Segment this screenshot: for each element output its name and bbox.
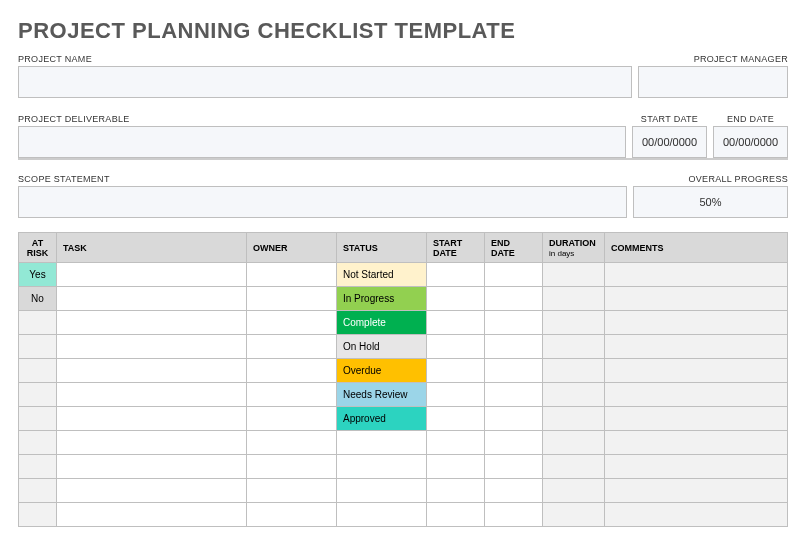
cell-end-date[interactable] bbox=[485, 431, 543, 455]
cell-comments[interactable] bbox=[605, 335, 788, 359]
cell-duration bbox=[543, 455, 605, 479]
cell-comments[interactable] bbox=[605, 311, 788, 335]
cell-end-date[interactable] bbox=[485, 263, 543, 287]
label-project-name: PROJECT NAME bbox=[18, 52, 632, 66]
cell-end-date[interactable] bbox=[485, 503, 543, 527]
cell-task[interactable] bbox=[57, 479, 247, 503]
cell-at-risk[interactable]: Yes bbox=[19, 263, 57, 287]
value-overall-progress: 50% bbox=[633, 186, 788, 218]
cell-at-risk[interactable] bbox=[19, 407, 57, 431]
cell-owner[interactable] bbox=[247, 431, 337, 455]
cell-comments[interactable] bbox=[605, 455, 788, 479]
cell-task[interactable] bbox=[57, 335, 247, 359]
cell-comments[interactable] bbox=[605, 287, 788, 311]
col-duration: DURATIONin days bbox=[543, 233, 605, 263]
label-overall-progress: OVERALL PROGRESS bbox=[633, 172, 788, 186]
cell-duration bbox=[543, 503, 605, 527]
cell-start-date[interactable] bbox=[427, 335, 485, 359]
cell-duration bbox=[543, 359, 605, 383]
cell-status[interactable] bbox=[337, 455, 427, 479]
cell-task[interactable] bbox=[57, 407, 247, 431]
cell-status[interactable]: Not Started bbox=[337, 263, 427, 287]
table-row: Overdue bbox=[19, 359, 788, 383]
input-start-date[interactable]: 00/00/0000 bbox=[632, 126, 707, 158]
cell-owner[interactable] bbox=[247, 407, 337, 431]
cell-duration bbox=[543, 311, 605, 335]
cell-owner[interactable] bbox=[247, 359, 337, 383]
cell-at-risk[interactable] bbox=[19, 383, 57, 407]
cell-comments[interactable] bbox=[605, 503, 788, 527]
cell-owner[interactable] bbox=[247, 335, 337, 359]
cell-task[interactable] bbox=[57, 263, 247, 287]
cell-end-date[interactable] bbox=[485, 479, 543, 503]
cell-owner[interactable] bbox=[247, 263, 337, 287]
cell-owner[interactable] bbox=[247, 503, 337, 527]
cell-status[interactable]: On Hold bbox=[337, 335, 427, 359]
cell-end-date[interactable] bbox=[485, 407, 543, 431]
cell-comments[interactable] bbox=[605, 383, 788, 407]
cell-start-date[interactable] bbox=[427, 311, 485, 335]
cell-task[interactable] bbox=[57, 287, 247, 311]
cell-start-date[interactable] bbox=[427, 503, 485, 527]
input-scope-statement[interactable] bbox=[18, 186, 627, 218]
cell-owner[interactable] bbox=[247, 479, 337, 503]
cell-at-risk[interactable] bbox=[19, 455, 57, 479]
cell-end-date[interactable] bbox=[485, 311, 543, 335]
cell-start-date[interactable] bbox=[427, 263, 485, 287]
table-row bbox=[19, 503, 788, 527]
input-end-date[interactable]: 00/00/0000 bbox=[713, 126, 788, 158]
cell-end-date[interactable] bbox=[485, 335, 543, 359]
cell-status[interactable]: Needs Review bbox=[337, 383, 427, 407]
cell-owner[interactable] bbox=[247, 311, 337, 335]
cell-start-date[interactable] bbox=[427, 359, 485, 383]
cell-start-date[interactable] bbox=[427, 383, 485, 407]
input-project-deliverable[interactable] bbox=[18, 126, 626, 158]
cell-task[interactable] bbox=[57, 311, 247, 335]
cell-owner[interactable] bbox=[247, 455, 337, 479]
table-row: Approved bbox=[19, 407, 788, 431]
cell-at-risk[interactable] bbox=[19, 479, 57, 503]
cell-status[interactable]: Approved bbox=[337, 407, 427, 431]
cell-task[interactable] bbox=[57, 359, 247, 383]
cell-task[interactable] bbox=[57, 455, 247, 479]
cell-start-date[interactable] bbox=[427, 479, 485, 503]
cell-owner[interactable] bbox=[247, 287, 337, 311]
cell-end-date[interactable] bbox=[485, 455, 543, 479]
cell-at-risk[interactable] bbox=[19, 503, 57, 527]
cell-at-risk[interactable]: No bbox=[19, 287, 57, 311]
cell-duration bbox=[543, 287, 605, 311]
cell-task[interactable] bbox=[57, 383, 247, 407]
cell-status[interactable]: Overdue bbox=[337, 359, 427, 383]
cell-status[interactable] bbox=[337, 479, 427, 503]
cell-comments[interactable] bbox=[605, 479, 788, 503]
input-project-manager[interactable] bbox=[638, 66, 788, 98]
cell-start-date[interactable] bbox=[427, 407, 485, 431]
cell-status[interactable]: Complete bbox=[337, 311, 427, 335]
cell-start-date[interactable] bbox=[427, 455, 485, 479]
cell-comments[interactable] bbox=[605, 431, 788, 455]
cell-duration bbox=[543, 431, 605, 455]
cell-start-date[interactable] bbox=[427, 431, 485, 455]
cell-at-risk[interactable] bbox=[19, 431, 57, 455]
cell-duration bbox=[543, 479, 605, 503]
cell-task[interactable] bbox=[57, 431, 247, 455]
col-comments: COMMENTS bbox=[605, 233, 788, 263]
cell-at-risk[interactable] bbox=[19, 359, 57, 383]
cell-start-date[interactable] bbox=[427, 287, 485, 311]
cell-end-date[interactable] bbox=[485, 359, 543, 383]
cell-task[interactable] bbox=[57, 503, 247, 527]
input-project-name[interactable] bbox=[18, 66, 632, 98]
cell-status[interactable] bbox=[337, 431, 427, 455]
cell-end-date[interactable] bbox=[485, 287, 543, 311]
cell-at-risk[interactable] bbox=[19, 311, 57, 335]
table-row: On Hold bbox=[19, 335, 788, 359]
cell-owner[interactable] bbox=[247, 383, 337, 407]
cell-status[interactable]: In Progress bbox=[337, 287, 427, 311]
cell-comments[interactable] bbox=[605, 407, 788, 431]
cell-comments[interactable] bbox=[605, 263, 788, 287]
cell-end-date[interactable] bbox=[485, 383, 543, 407]
cell-comments[interactable] bbox=[605, 359, 788, 383]
cell-status[interactable] bbox=[337, 503, 427, 527]
cell-at-risk[interactable] bbox=[19, 335, 57, 359]
table-row bbox=[19, 431, 788, 455]
